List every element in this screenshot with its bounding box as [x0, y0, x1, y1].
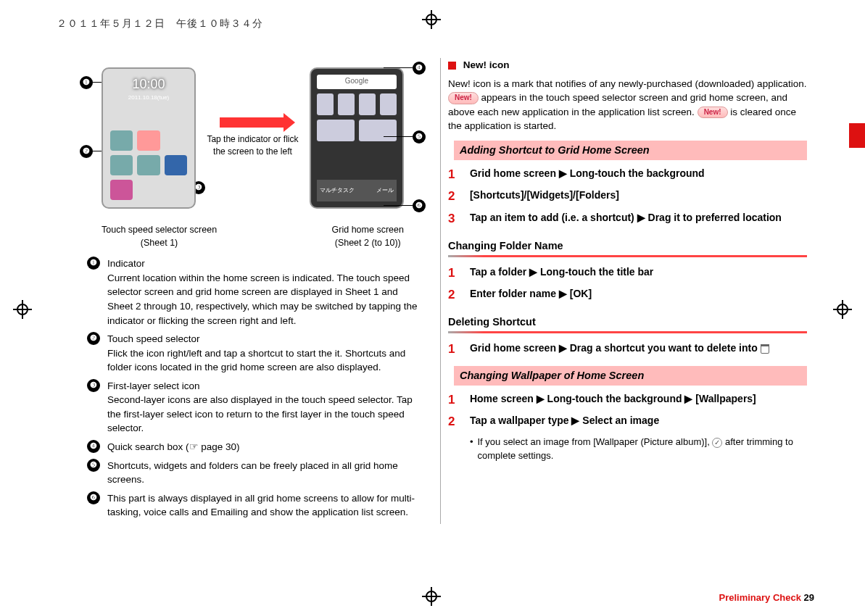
header-datestamp: ２０１１年５月１２日 午後１０時３４分: [57, 17, 263, 30]
registration-mark-icon: [833, 300, 852, 319]
caption1a: Touch speed selector screen: [102, 223, 217, 236]
item3-title: First-layer select icon: [107, 379, 418, 394]
new-badge-icon: New!: [448, 92, 479, 104]
item2-body: Flick the icon right/left and tap a shor…: [107, 346, 418, 375]
item4-title: Quick search box (☞ page 30): [107, 440, 418, 454]
add-step3: Tap an item to add (i.e. a shortcut) ▶ D…: [470, 210, 782, 228]
trash-icon: [761, 344, 769, 354]
red-square-icon: [448, 62, 456, 70]
item6-title: This part is always displayed in all gri…: [107, 491, 418, 520]
grid-home-screenshot: Google マルチタスク メール: [310, 67, 404, 209]
callout-6: ❻: [413, 199, 426, 212]
wall-note: • If you select an image from [Wallpaper…: [470, 436, 807, 463]
sub-changing-folder: Changing Folder Name: [448, 238, 807, 254]
item3-body: Second-layer icons are also displayed in…: [107, 393, 418, 436]
caption2a: Grid home screen: [332, 223, 404, 236]
left-column: ❶ ❷ ❸ ❹ ❺ ❻ 10:00 2011.10.18(tue): [44, 58, 426, 524]
wall-step2: Tap a wallpaper type ▶ Select an image: [470, 413, 659, 431]
callout-descriptions: ❶ Indicator Current location within the …: [87, 257, 418, 520]
section-changing-wallpaper: Changing Wallpaper of Home Screen: [448, 366, 807, 386]
sub-deleting-shortcut: Deleting Shortcut: [448, 315, 807, 330]
wall-step1: Home screen ▶ Long-touch the background …: [470, 391, 756, 409]
folder-step2: Enter folder name ▶ [OK]: [470, 286, 592, 304]
folder-step1: Tap a folder ▶ Long-touch the title bar: [470, 265, 653, 283]
caption1b: (Sheet 1): [102, 236, 217, 249]
page-thumb-tab: [849, 123, 865, 148]
newicon-body: New! icon is a mark that notifies of any…: [448, 77, 807, 133]
callout-4: ❹: [413, 62, 426, 75]
caption2b: (Sheet 2 (to 10)): [332, 236, 404, 249]
registration-mark-icon: [422, 10, 441, 29]
page-footer: Preliminary Check 29: [719, 592, 814, 603]
new-badge-icon: New!: [698, 107, 728, 119]
registration-mark-icon: [13, 300, 32, 319]
phone2-bottom-bar: マルチタスク メール: [317, 180, 397, 201]
item1-title: Indicator: [107, 257, 418, 271]
item5-title: Shortcuts, widgets and folders can be fr…: [107, 459, 418, 487]
section-adding-shortcut: Adding Shortcut to Grid Home Screen: [448, 141, 807, 160]
right-column: New! icon New! icon is a mark that notif…: [440, 58, 821, 524]
add-step1: Grid home screen ▶ Long-touch the backgr…: [470, 166, 705, 184]
phone1-clock: 10:00: [103, 69, 194, 93]
phone2-search: Google: [317, 75, 397, 89]
item2-title: Touch speed selector: [107, 332, 418, 346]
newicon-heading: New! icon: [463, 59, 510, 70]
touch-speed-selector-screenshot: 10:00 2011.10.18(tue): [102, 67, 196, 209]
arrow-icon: [220, 117, 285, 128]
callout-5: ❺: [413, 130, 426, 143]
delete-step1: Grid home screen ▶ Drag a shortcut you w…: [470, 341, 769, 359]
item1-body: Current location within the home screen …: [107, 271, 418, 328]
check-icon: [712, 438, 722, 448]
tap-note: Tap the indicator or flick the screen to…: [202, 133, 303, 159]
diagram-row: ❶ ❷ ❸ ❹ ❺ ❻ 10:00 2011.10.18(tue): [87, 58, 418, 217]
callout-2: ❷: [80, 145, 93, 158]
registration-mark-icon: [422, 587, 441, 606]
phone1-date: 2011.10.18(tue): [103, 93, 194, 102]
callout-1: ❶: [80, 76, 93, 89]
add-step2: [Shortcuts]/[Widgets]/[Folders]: [470, 188, 619, 206]
